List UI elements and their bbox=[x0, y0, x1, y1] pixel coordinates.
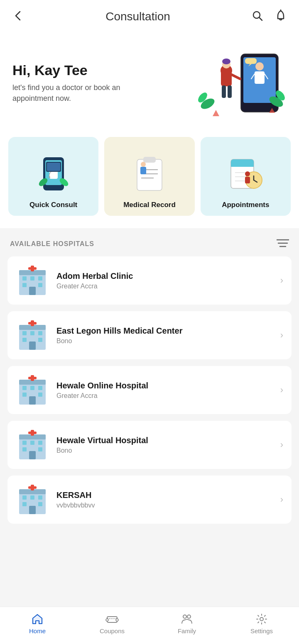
hospitals-section-header: AVAILABLE HOSPITALS bbox=[0, 228, 299, 256]
svg-point-27 bbox=[49, 176, 50, 178]
nav-item-home[interactable]: Home bbox=[0, 612, 75, 634]
hospital-name-2: Hewale Online Hospital bbox=[56, 381, 276, 390]
hospital-item-0[interactable]: Adom Herbal Clinic Greater Accra › bbox=[7, 256, 292, 305]
bottom-nav: Home Coupons Family Settings bbox=[0, 607, 299, 644]
filter-icon[interactable] bbox=[277, 238, 289, 250]
nav-item-settings[interactable]: Settings bbox=[224, 612, 299, 634]
svg-rect-88 bbox=[22, 447, 27, 451]
appointments-label: Appointments bbox=[222, 201, 269, 209]
hero-greeting: Hi, Kay Tee bbox=[12, 62, 145, 78]
hospital-location-2: Greater Accra bbox=[56, 392, 276, 400]
svg-line-16 bbox=[232, 75, 240, 79]
back-button[interactable] bbox=[12, 9, 25, 24]
svg-rect-60 bbox=[29, 287, 36, 295]
svg-rect-89 bbox=[38, 447, 42, 451]
svg-rect-55 bbox=[22, 276, 27, 281]
quick-consult-card[interactable]: Quick Consult bbox=[8, 137, 98, 216]
hospital-item-3[interactable]: Hewale Virtual Hospital Bono › bbox=[7, 421, 292, 469]
svg-rect-100 bbox=[29, 506, 36, 514]
hospital-info-2: Hewale Online Hospital Greater Accra bbox=[56, 381, 276, 400]
svg-marker-21 bbox=[213, 110, 219, 116]
svg-rect-8 bbox=[245, 58, 257, 64]
svg-point-104 bbox=[106, 619, 108, 621]
svg-rect-49 bbox=[245, 177, 250, 183]
hospital-location-1: Bono bbox=[56, 337, 276, 345]
chevron-right-icon-2: › bbox=[280, 385, 283, 395]
hospital-location-4: vvbvbbvbbvv bbox=[56, 502, 276, 509]
svg-rect-57 bbox=[38, 276, 42, 281]
svg-rect-95 bbox=[22, 495, 27, 500]
svg-rect-62 bbox=[28, 267, 37, 270]
svg-point-105 bbox=[116, 619, 118, 621]
svg-rect-80 bbox=[29, 396, 36, 405]
svg-rect-56 bbox=[30, 276, 34, 281]
svg-rect-86 bbox=[30, 441, 34, 445]
svg-rect-97 bbox=[38, 495, 42, 500]
chevron-right-icon-1: › bbox=[280, 330, 283, 341]
hospital-info-3: Hewale Virtual Hospital Bono bbox=[56, 436, 276, 454]
quick-consult-label: Quick Consult bbox=[29, 201, 77, 209]
chevron-right-icon-0: › bbox=[280, 275, 283, 286]
bell-icon[interactable] bbox=[274, 9, 287, 24]
hero-subtitle: let's find you a doctor or book an appoi… bbox=[12, 83, 145, 103]
svg-rect-31 bbox=[47, 163, 60, 171]
svg-point-37 bbox=[141, 162, 146, 167]
svg-point-108 bbox=[260, 617, 263, 621]
svg-rect-75 bbox=[22, 386, 27, 390]
svg-rect-78 bbox=[22, 393, 27, 397]
hero-text: Hi, Kay Tee let's find you a doctor or b… bbox=[12, 62, 145, 103]
svg-rect-96 bbox=[30, 495, 34, 500]
svg-rect-72 bbox=[28, 322, 37, 324]
svg-rect-38 bbox=[140, 167, 146, 174]
nav-item-coupons[interactable]: Coupons bbox=[75, 612, 150, 634]
svg-point-4 bbox=[255, 62, 264, 71]
svg-rect-5 bbox=[255, 71, 265, 84]
hero-section: Hi, Kay Tee let's find you a doctor or b… bbox=[0, 33, 299, 129]
svg-rect-92 bbox=[28, 432, 37, 434]
hospital-name-1: East Legon Hills Medical Center bbox=[56, 326, 276, 336]
hospital-info-1: East Legon Hills Medical Center Bono bbox=[56, 326, 276, 345]
hospital-info-0: Adom Herbal Clinic Greater Accra bbox=[56, 271, 276, 290]
svg-rect-67 bbox=[38, 331, 42, 335]
hospital-name-0: Adom Herbal Clinic bbox=[56, 271, 276, 281]
svg-rect-79 bbox=[38, 393, 42, 397]
hospitals-list: Adom Herbal Clinic Greater Accra › East … bbox=[0, 256, 299, 530]
hospital-name-3: Hewale Virtual Hospital bbox=[56, 436, 276, 445]
svg-rect-98 bbox=[22, 502, 27, 506]
svg-point-12 bbox=[222, 59, 230, 64]
svg-rect-15 bbox=[228, 85, 232, 98]
medical-record-label: Medical Record bbox=[123, 201, 176, 209]
hospital-item-1[interactable]: East Legon Hills Medical Center Bono › bbox=[7, 311, 292, 359]
svg-rect-82 bbox=[28, 377, 37, 379]
appointments-card[interactable]: Appointments bbox=[201, 137, 291, 216]
svg-rect-32 bbox=[137, 159, 162, 190]
medical-record-card[interactable]: Medical Record bbox=[104, 137, 194, 216]
top-bar: Consultation bbox=[0, 0, 299, 33]
hospital-item-4[interactable]: KERSAH vvbvbbvbbvv › bbox=[7, 476, 292, 524]
nav-label-coupons: Coupons bbox=[100, 627, 125, 634]
svg-rect-33 bbox=[143, 157, 156, 163]
svg-rect-70 bbox=[29, 342, 36, 350]
nav-item-family[interactable]: Family bbox=[150, 612, 224, 634]
hospital-info-4: KERSAH vvbvbbvbbvv bbox=[56, 490, 276, 509]
search-icon[interactable] bbox=[251, 9, 264, 24]
svg-rect-41 bbox=[231, 163, 254, 167]
svg-rect-87 bbox=[38, 441, 42, 445]
svg-rect-66 bbox=[30, 331, 34, 335]
svg-rect-85 bbox=[22, 441, 27, 445]
hospital-item-2[interactable]: Hewale Online Hospital Greater Accra › bbox=[7, 366, 292, 414]
chevron-right-icon-4: › bbox=[280, 494, 283, 505]
cards-section: Quick Consult Medical Record bbox=[0, 129, 299, 228]
nav-label-family: Family bbox=[178, 627, 196, 634]
hospitals-section-title: AVAILABLE HOSPITALS bbox=[10, 240, 94, 248]
hospital-location-0: Greater Accra bbox=[56, 283, 276, 290]
chevron-right-icon-3: › bbox=[280, 439, 283, 450]
svg-rect-68 bbox=[22, 338, 27, 342]
nav-label-home: Home bbox=[29, 627, 46, 634]
nav-label-settings: Settings bbox=[250, 627, 273, 634]
svg-rect-59 bbox=[38, 283, 42, 287]
svg-rect-14 bbox=[222, 85, 226, 98]
svg-rect-76 bbox=[30, 386, 34, 390]
page-title: Consultation bbox=[105, 10, 170, 23]
svg-rect-13 bbox=[221, 70, 232, 86]
